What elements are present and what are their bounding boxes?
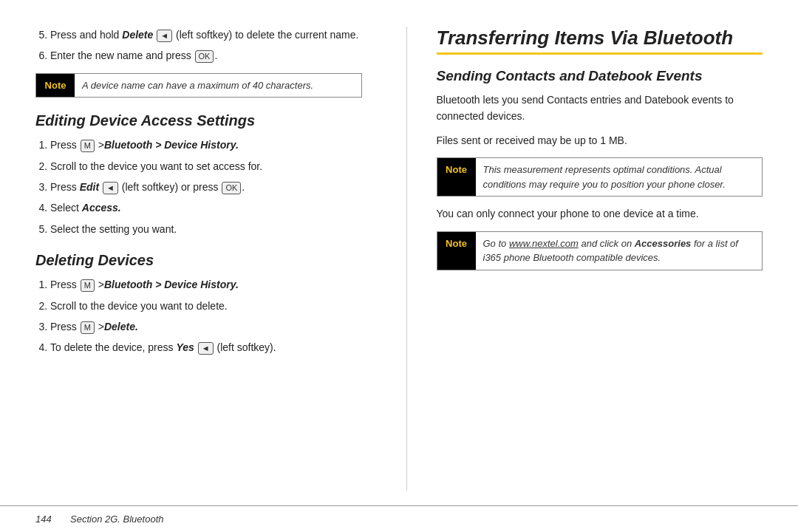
intro-steps: Press and hold Delete ◄ (left softkey) t… — [35, 27, 362, 64]
body-text-3: You can only connect your phone to one d… — [437, 205, 763, 222]
note-box-1: Note A device name can have a maximum of… — [35, 73, 362, 98]
deleting-step-4: To delete the device, press Yes ◄ (left … — [50, 339, 362, 355]
section-heading-editing: Editing Device Access Settings — [35, 112, 362, 129]
menu-key-1: M — [81, 140, 95, 152]
bluetooth-history-1: Bluetooth > Device History. — [104, 139, 239, 151]
left-softkey-icon: ◄ — [157, 30, 172, 42]
editing-step-2: Scroll to the device you want to set acc… — [50, 158, 362, 174]
subsection-heading-sending: Sending Contacts and Datebook Events — [437, 68, 763, 84]
note-label-1: Note — [36, 74, 75, 98]
note-content-1: A device name can have a maximum of 40 c… — [75, 74, 321, 98]
note-content-2: This measurement represents optimal cond… — [476, 158, 763, 196]
note3-middle: and click on — [581, 238, 634, 249]
access-label: Access. — [82, 202, 121, 214]
menu-key-3: M — [81, 321, 95, 334]
yes-softkey-icon: ◄ — [198, 342, 214, 355]
bluetooth-history-2: Bluetooth > Device History. — [104, 279, 239, 290]
editing-step-4: Select Access. — [50, 200, 362, 216]
step-6: Enter the new name and press OK. — [50, 47, 362, 64]
section-heading-deleting: Deleting Devices — [35, 252, 362, 269]
edit-softkey-icon: ◄ — [103, 182, 118, 194]
footer-page-number: 144 — [35, 514, 52, 525]
nextel-url: www.nextel.com — [509, 238, 579, 249]
body-text-1: Bluetooth lets you send Contacts entries… — [437, 92, 763, 125]
editing-step-3: Press Edit ◄ (left softkey) or press OK. — [50, 179, 362, 195]
footer: 144 Section 2G. Bluetooth — [0, 505, 798, 532]
deleting-step-3: Press M >Delete. — [50, 318, 362, 335]
content-area: Press and hold Delete ◄ (left softkey) t… — [0, 0, 798, 505]
note-content-3: Go to www.nextel.com and click on Access… — [476, 232, 763, 270]
delete-label: Delete — [122, 29, 153, 41]
note-label-2: Note — [437, 158, 476, 196]
footer-section: Section 2G. Bluetooth — [70, 514, 163, 525]
note-label-3: Note — [437, 232, 476, 270]
footer-text: 144 Section 2G. Bluetooth — [35, 514, 163, 525]
menu-key-2: M — [81, 279, 95, 292]
editing-step-1: Press M >Bluetooth > Device History. — [50, 137, 362, 153]
page-title: Transferring Items Via Bluetooth — [437, 27, 763, 50]
step-5: Press and hold Delete ◄ (left softkey) t… — [50, 27, 362, 43]
ok-key-icon: OK — [195, 50, 214, 63]
note-box-3: Note Go to www.nextel.com and click on A… — [437, 231, 763, 270]
body-text-2: Files sent or received may be up to 1 MB… — [437, 132, 763, 149]
ok-key-2: OK — [222, 182, 241, 194]
note-box-2: Note This measurement represents optimal… — [437, 157, 763, 197]
edit-label: Edit — [80, 181, 99, 193]
deleting-step-2: Scroll to the device you want to delete. — [50, 298, 362, 314]
editing-step-5: Select the setting you want. — [50, 221, 362, 237]
deleting-steps: Press M >Bluetooth > Device History. Scr… — [35, 276, 362, 356]
editing-steps: Press M >Bluetooth > Device History. Scr… — [35, 137, 362, 237]
page: Press and hold Delete ◄ (left softkey) t… — [0, 0, 798, 532]
title-underline — [437, 52, 763, 55]
yes-label: Yes — [176, 341, 194, 353]
delete-label-2: Delete. — [104, 321, 138, 332]
left-column: Press and hold Delete ◄ (left softkey) t… — [35, 27, 377, 491]
accessories-label: Accessories — [635, 238, 692, 249]
right-column: Transferring Items Via Bluetooth Sending… — [406, 27, 763, 491]
deleting-step-1: Press M >Bluetooth > Device History. — [50, 276, 362, 293]
